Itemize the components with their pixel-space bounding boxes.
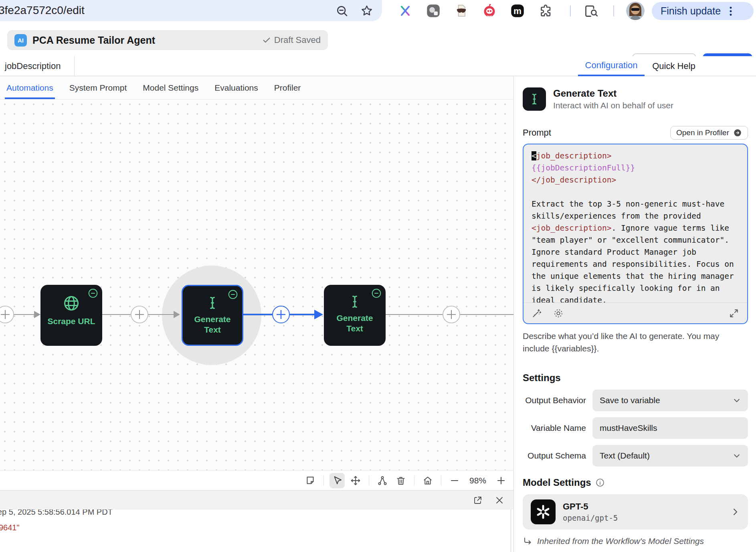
node-subtitle: Interact with AI on behalf of user [553,101,673,110]
add-node-button[interactable] [443,306,460,323]
draft-status-label: Draft Saved [274,35,321,45]
code-line: Extract the top 3-5 non-generic must-hav… [532,198,739,210]
extensions-puzzle-icon[interactable] [538,3,553,18]
url-text[interactable]: 3fe2a7572c0/edit [0,4,85,17]
extension-mask-icon[interactable] [454,3,469,18]
app-window: 3fe2a7572c0/edit [0,0,756,552]
inherited-note-label: Inherited from the Workflow's Model Sett… [537,536,704,546]
pan-tool[interactable] [348,473,363,488]
add-node-button[interactable] [131,306,148,323]
output-behavior-value: Save to variable [600,396,733,405]
tab-configuration[interactable]: Configuration [578,56,645,76]
tab-jobdescription[interactable]: jobDescription [0,56,75,76]
chevron-right-icon [730,507,740,517]
subtab-automations[interactable]: Automations [6,76,53,99]
open-external-icon[interactable] [473,495,483,505]
prompt-editor-footer [524,302,747,323]
close-icon[interactable] [494,495,505,505]
output-schema-select[interactable]: Text (Default) [592,445,748,467]
node-label: Scrape URL [47,316,95,327]
globe-icon [63,294,80,312]
variable-name-input[interactable] [600,423,741,433]
text-cursor-icon [523,87,546,111]
finish-update-button[interactable]: Finish update [652,2,754,20]
open-in-profiler-button[interactable]: Open in Profiler [670,126,748,140]
collapse-node-icon[interactable] [371,288,382,298]
subtab-profiler[interactable]: Profiler [274,76,301,99]
model-name: GPT-5 [563,501,723,512]
model-settings-heading-label: Model Settings [523,477,591,488]
zoom-out-icon[interactable] [335,4,349,18]
expand-editor-icon[interactable] [728,307,740,319]
chevron-down-icon [733,452,741,460]
tab-quick-help[interactable]: Quick Help [650,56,697,76]
kebab-menu-icon[interactable] [726,6,735,16]
code-line: <job_description>. Ignore vague terms li… [532,222,739,234]
zoom-in-button[interactable] [493,473,509,488]
extension-x-icon[interactable] [398,3,413,18]
configuration-panel: Generate Text Interact with AI on behalf… [513,76,756,552]
address-bar[interactable]: 3fe2a7572c0/edit [0,0,382,21]
code-line: the unique elements that the hiring mana… [532,270,739,282]
settings-heading: Settings [523,372,748,384]
dotted-gear-icon[interactable] [552,307,564,319]
agent-title-bar: AI PCA Resume Tailor Agent Draft Saved [7,30,328,50]
corner-down-right-icon [523,536,532,546]
code-line: is likely specifically looking for in an [532,282,739,294]
extension-monday-icon[interactable]: m [510,3,525,18]
log-panel-body: ep 5, 2025 5:58:56.014 PM PDT 9641" [0,509,511,552]
toolbar-divider [369,475,369,486]
home-view-tool[interactable] [420,473,435,488]
collapse-node-icon[interactable] [228,289,238,300]
node-scrape-url[interactable]: Scrape URL [40,285,102,346]
output-behavior-row: Output Behavior Save to variable [523,390,748,411]
node-generate-text-selected[interactable]: Generate Text [182,285,243,346]
code-line: skills/experiences from the provided [532,210,739,222]
select-tool[interactable] [329,473,345,488]
prompt-editor[interactable]: <job_description>{{jobDescriptionFull}}<… [523,144,748,324]
extension-gray-icon[interactable] [426,3,441,18]
sticky-note-tool[interactable] [303,473,318,488]
zoom-out-button[interactable] [447,473,462,488]
search-tabs-icon[interactable] [584,3,599,18]
draft-status: Draft Saved [262,35,321,45]
node-generate-text-2[interactable]: Generate Text [324,285,386,346]
magic-wand-icon[interactable] [531,307,543,319]
canvas-toolbar: 98% [0,470,513,490]
collapse-node-icon[interactable] [88,288,98,298]
profile-avatar[interactable] [626,2,645,20]
auto-layout-tool[interactable] [375,473,390,488]
subtab-evaluations[interactable]: Evaluations [214,76,258,99]
model-id: openai/gpt-5 [563,513,723,522]
log-timestamp: ep 5, 2025 5:58:56.014 PM PDT [0,509,511,517]
output-behavior-select[interactable]: Save to variable [592,390,748,411]
add-node-button-active[interactable] [273,306,289,323]
extension-robot-icon[interactable] [482,3,497,18]
arrow-right-circle-icon [733,128,742,137]
workflow-canvas[interactable]: Scrape URL Generate Text [0,99,513,470]
arrowhead [174,311,180,318]
output-schema-value: Text (Default) [600,451,733,461]
prompt-editor-code[interactable]: <job_description>{{jobDescriptionFull}}<… [524,144,747,312]
arrowhead [34,311,40,318]
delete-tool[interactable] [393,473,408,488]
variable-name-field[interactable] [592,417,748,439]
bookmark-star-icon[interactable] [360,4,374,18]
toolbar-divider [613,5,614,16]
finish-update-label: Finish update [661,5,721,17]
model-card[interactable]: GPT-5 openai/gpt-5 [523,494,748,530]
node-label: Generate Text [192,314,233,335]
open-in-profiler-label: Open in Profiler [676,128,729,137]
variable-name-row: Variable Name [523,417,748,439]
add-node-button[interactable] [0,306,14,323]
prompt-label: Prompt [523,128,551,138]
subtab-model-settings[interactable]: Model Settings [143,76,198,99]
inherited-note: Inherited from the Workflow's Model Sett… [523,536,748,546]
output-schema-label: Output Schema [523,451,586,461]
subtab-system-prompt[interactable]: System Prompt [69,76,127,99]
code-line: </job_description> [532,174,739,186]
output-schema-row: Output Schema Text (Default) [523,445,748,467]
prompt-hint: Describe what you’d like the AI to gener… [523,330,748,355]
output-behavior-label: Output Behavior [523,396,586,405]
info-icon[interactable] [595,478,605,487]
